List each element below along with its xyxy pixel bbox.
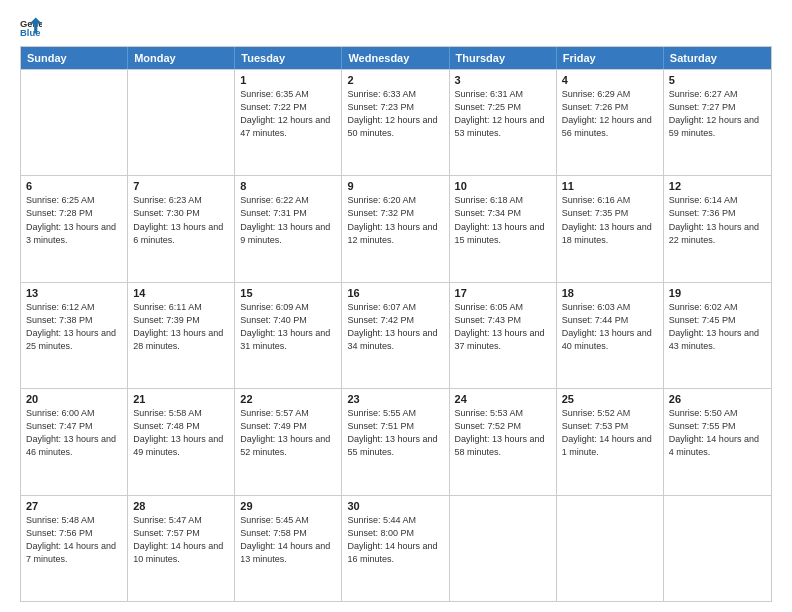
day-number: 13: [26, 287, 122, 299]
cal-cell-1-7: 5Sunrise: 6:27 AM Sunset: 7:27 PM Daylig…: [664, 70, 771, 175]
day-info: Sunrise: 5:50 AM Sunset: 7:55 PM Dayligh…: [669, 407, 766, 459]
day-info: Sunrise: 6:12 AM Sunset: 7:38 PM Dayligh…: [26, 301, 122, 353]
logo: General Blue: [20, 16, 46, 38]
cal-cell-5-3: 29Sunrise: 5:45 AM Sunset: 7:58 PM Dayli…: [235, 496, 342, 601]
cal-week-2: 6Sunrise: 6:25 AM Sunset: 7:28 PM Daylig…: [21, 175, 771, 281]
cal-cell-5-5: [450, 496, 557, 601]
day-info: Sunrise: 6:00 AM Sunset: 7:47 PM Dayligh…: [26, 407, 122, 459]
day-number: 28: [133, 500, 229, 512]
calendar-header-row: SundayMondayTuesdayWednesdayThursdayFrid…: [21, 47, 771, 69]
cal-week-1: 1Sunrise: 6:35 AM Sunset: 7:22 PM Daylig…: [21, 69, 771, 175]
cal-cell-1-3: 1Sunrise: 6:35 AM Sunset: 7:22 PM Daylig…: [235, 70, 342, 175]
day-info: Sunrise: 6:09 AM Sunset: 7:40 PM Dayligh…: [240, 301, 336, 353]
day-info: Sunrise: 6:29 AM Sunset: 7:26 PM Dayligh…: [562, 88, 658, 140]
header: General Blue: [20, 16, 772, 38]
cal-cell-3-1: 13Sunrise: 6:12 AM Sunset: 7:38 PM Dayli…: [21, 283, 128, 388]
day-info: Sunrise: 6:27 AM Sunset: 7:27 PM Dayligh…: [669, 88, 766, 140]
cal-cell-4-1: 20Sunrise: 6:00 AM Sunset: 7:47 PM Dayli…: [21, 389, 128, 494]
day-number: 27: [26, 500, 122, 512]
day-number: 24: [455, 393, 551, 405]
day-info: Sunrise: 6:02 AM Sunset: 7:45 PM Dayligh…: [669, 301, 766, 353]
day-info: Sunrise: 6:33 AM Sunset: 7:23 PM Dayligh…: [347, 88, 443, 140]
cal-cell-3-3: 15Sunrise: 6:09 AM Sunset: 7:40 PM Dayli…: [235, 283, 342, 388]
cal-cell-2-6: 11Sunrise: 6:16 AM Sunset: 7:35 PM Dayli…: [557, 176, 664, 281]
day-number: 3: [455, 74, 551, 86]
cal-header-cell-saturday: Saturday: [664, 47, 771, 69]
day-info: Sunrise: 6:20 AM Sunset: 7:32 PM Dayligh…: [347, 194, 443, 246]
day-info: Sunrise: 5:44 AM Sunset: 8:00 PM Dayligh…: [347, 514, 443, 566]
day-number: 2: [347, 74, 443, 86]
cal-week-5: 27Sunrise: 5:48 AM Sunset: 7:56 PM Dayli…: [21, 495, 771, 601]
day-number: 4: [562, 74, 658, 86]
cal-cell-2-2: 7Sunrise: 6:23 AM Sunset: 7:30 PM Daylig…: [128, 176, 235, 281]
logo-icon: General Blue: [20, 16, 42, 38]
day-info: Sunrise: 6:11 AM Sunset: 7:39 PM Dayligh…: [133, 301, 229, 353]
day-info: Sunrise: 6:25 AM Sunset: 7:28 PM Dayligh…: [26, 194, 122, 246]
day-number: 23: [347, 393, 443, 405]
day-number: 17: [455, 287, 551, 299]
cal-cell-1-4: 2Sunrise: 6:33 AM Sunset: 7:23 PM Daylig…: [342, 70, 449, 175]
calendar-body: 1Sunrise: 6:35 AM Sunset: 7:22 PM Daylig…: [21, 69, 771, 601]
cal-week-3: 13Sunrise: 6:12 AM Sunset: 7:38 PM Dayli…: [21, 282, 771, 388]
calendar: SundayMondayTuesdayWednesdayThursdayFrid…: [20, 46, 772, 602]
cal-cell-1-2: [128, 70, 235, 175]
cal-header-cell-tuesday: Tuesday: [235, 47, 342, 69]
day-number: 10: [455, 180, 551, 192]
cal-cell-4-4: 23Sunrise: 5:55 AM Sunset: 7:51 PM Dayli…: [342, 389, 449, 494]
day-number: 12: [669, 180, 766, 192]
cal-cell-3-6: 18Sunrise: 6:03 AM Sunset: 7:44 PM Dayli…: [557, 283, 664, 388]
cal-cell-2-4: 9Sunrise: 6:20 AM Sunset: 7:32 PM Daylig…: [342, 176, 449, 281]
day-info: Sunrise: 6:16 AM Sunset: 7:35 PM Dayligh…: [562, 194, 658, 246]
cal-cell-5-2: 28Sunrise: 5:47 AM Sunset: 7:57 PM Dayli…: [128, 496, 235, 601]
day-info: Sunrise: 5:57 AM Sunset: 7:49 PM Dayligh…: [240, 407, 336, 459]
cal-cell-3-2: 14Sunrise: 6:11 AM Sunset: 7:39 PM Dayli…: [128, 283, 235, 388]
cal-cell-4-6: 25Sunrise: 5:52 AM Sunset: 7:53 PM Dayli…: [557, 389, 664, 494]
cal-cell-3-4: 16Sunrise: 6:07 AM Sunset: 7:42 PM Dayli…: [342, 283, 449, 388]
cal-header-cell-sunday: Sunday: [21, 47, 128, 69]
day-number: 29: [240, 500, 336, 512]
day-info: Sunrise: 5:58 AM Sunset: 7:48 PM Dayligh…: [133, 407, 229, 459]
day-number: 16: [347, 287, 443, 299]
cal-cell-5-7: [664, 496, 771, 601]
day-info: Sunrise: 6:35 AM Sunset: 7:22 PM Dayligh…: [240, 88, 336, 140]
day-number: 1: [240, 74, 336, 86]
day-info: Sunrise: 5:53 AM Sunset: 7:52 PM Dayligh…: [455, 407, 551, 459]
day-number: 5: [669, 74, 766, 86]
cal-cell-1-6: 4Sunrise: 6:29 AM Sunset: 7:26 PM Daylig…: [557, 70, 664, 175]
cal-header-cell-thursday: Thursday: [450, 47, 557, 69]
cal-header-cell-monday: Monday: [128, 47, 235, 69]
page: General Blue SundayMondayTuesdayWednesda…: [0, 0, 792, 612]
cal-cell-3-7: 19Sunrise: 6:02 AM Sunset: 7:45 PM Dayli…: [664, 283, 771, 388]
day-info: Sunrise: 5:48 AM Sunset: 7:56 PM Dayligh…: [26, 514, 122, 566]
cal-week-4: 20Sunrise: 6:00 AM Sunset: 7:47 PM Dayli…: [21, 388, 771, 494]
day-number: 6: [26, 180, 122, 192]
cal-cell-4-2: 21Sunrise: 5:58 AM Sunset: 7:48 PM Dayli…: [128, 389, 235, 494]
day-info: Sunrise: 6:23 AM Sunset: 7:30 PM Dayligh…: [133, 194, 229, 246]
day-info: Sunrise: 6:03 AM Sunset: 7:44 PM Dayligh…: [562, 301, 658, 353]
day-number: 14: [133, 287, 229, 299]
day-info: Sunrise: 6:05 AM Sunset: 7:43 PM Dayligh…: [455, 301, 551, 353]
day-number: 26: [669, 393, 766, 405]
cal-header-cell-wednesday: Wednesday: [342, 47, 449, 69]
cal-cell-5-1: 27Sunrise: 5:48 AM Sunset: 7:56 PM Dayli…: [21, 496, 128, 601]
cal-cell-2-7: 12Sunrise: 6:14 AM Sunset: 7:36 PM Dayli…: [664, 176, 771, 281]
day-number: 11: [562, 180, 658, 192]
cal-cell-2-5: 10Sunrise: 6:18 AM Sunset: 7:34 PM Dayli…: [450, 176, 557, 281]
day-number: 8: [240, 180, 336, 192]
cal-cell-3-5: 17Sunrise: 6:05 AM Sunset: 7:43 PM Dayli…: [450, 283, 557, 388]
day-info: Sunrise: 5:55 AM Sunset: 7:51 PM Dayligh…: [347, 407, 443, 459]
day-info: Sunrise: 6:22 AM Sunset: 7:31 PM Dayligh…: [240, 194, 336, 246]
day-number: 20: [26, 393, 122, 405]
cal-header-cell-friday: Friday: [557, 47, 664, 69]
cal-cell-4-5: 24Sunrise: 5:53 AM Sunset: 7:52 PM Dayli…: [450, 389, 557, 494]
cal-cell-5-6: [557, 496, 664, 601]
day-info: Sunrise: 5:47 AM Sunset: 7:57 PM Dayligh…: [133, 514, 229, 566]
day-number: 7: [133, 180, 229, 192]
day-info: Sunrise: 6:14 AM Sunset: 7:36 PM Dayligh…: [669, 194, 766, 246]
day-info: Sunrise: 6:18 AM Sunset: 7:34 PM Dayligh…: [455, 194, 551, 246]
day-number: 21: [133, 393, 229, 405]
day-number: 15: [240, 287, 336, 299]
day-info: Sunrise: 5:45 AM Sunset: 7:58 PM Dayligh…: [240, 514, 336, 566]
cal-cell-4-7: 26Sunrise: 5:50 AM Sunset: 7:55 PM Dayli…: [664, 389, 771, 494]
cal-cell-4-3: 22Sunrise: 5:57 AM Sunset: 7:49 PM Dayli…: [235, 389, 342, 494]
